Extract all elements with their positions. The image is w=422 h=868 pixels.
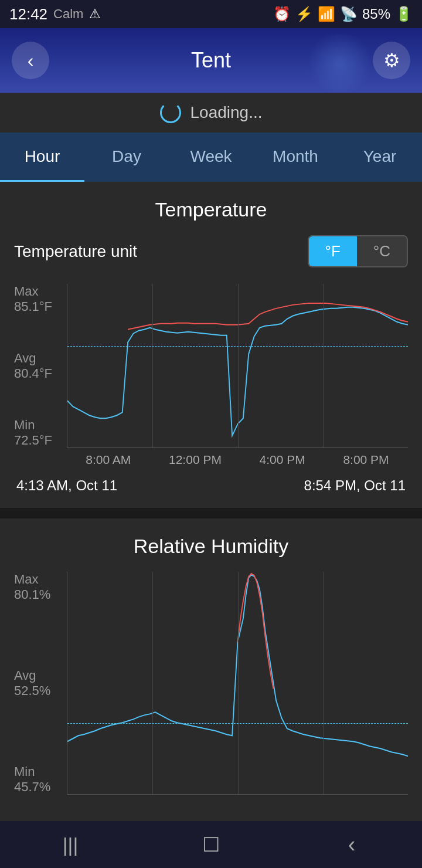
time: 12:42 (9, 5, 47, 23)
start-date: 4:13 AM, Oct 11 (16, 477, 117, 494)
settings-button[interactable]: ⚙ (373, 42, 410, 79)
temperature-chart-area (67, 284, 408, 448)
bluetooth-icon: ⚡ (295, 6, 313, 22)
loading-bar: Loading... (0, 93, 422, 133)
min-label: Min 72.5°F (14, 418, 67, 448)
tab-month[interactable]: Month (253, 133, 338, 182)
x-axis-labels: 8:00 AM 12:00 PM 4:00 PM 8:00 PM (67, 448, 408, 472)
humidity-grid-1 (152, 572, 153, 794)
humidity-avg-label: Avg 52.5% (14, 668, 67, 699)
temperature-unit-row: Temperature unit °F °C (14, 235, 408, 267)
tab-bar: Hour Day Week Month Year (0, 133, 422, 182)
humidity-max-label: Max 80.1% (14, 572, 67, 602)
header-decoration (305, 34, 375, 93)
tab-day[interactable]: Day (84, 133, 169, 182)
battery-text: 85% (362, 6, 390, 22)
unit-label: Temperature unit (14, 242, 137, 261)
back-nav-button[interactable]: ‹ (328, 821, 375, 868)
bottom-nav: ||| ☐ ‹ (0, 821, 422, 868)
back-button[interactable]: ‹ (12, 42, 49, 79)
humidity-grid-3 (323, 572, 324, 794)
menu-icon: ||| (63, 833, 79, 856)
calm-icon: Calm (53, 6, 83, 22)
back-icon: ‹ (28, 50, 34, 72)
x-label-4: 8:00 PM (343, 453, 389, 467)
temperature-section: Temperature Temperature unit °F °C Max 8… (0, 182, 422, 508)
signal-icon: 📡 (340, 6, 358, 22)
back-nav-icon: ‹ (348, 832, 356, 857)
gear-icon: ⚙ (383, 49, 400, 72)
section-gap (0, 508, 422, 518)
celsius-button[interactable]: °C (357, 236, 407, 266)
temperature-chart: Max 85.1°F Avg 80.4°F Min 72.5°F 8:00 AM… (14, 284, 408, 472)
menu-button[interactable]: ||| (47, 821, 94, 868)
grid-line-3 (323, 284, 324, 447)
fahrenheit-button[interactable]: °F (309, 236, 357, 266)
avg-label: Avg 80.4°F (14, 351, 67, 381)
humidity-title: Relative Humidity (14, 535, 408, 558)
end-date: 8:54 PM, Oct 11 (304, 477, 406, 494)
x-label-1: 8:00 AM (86, 453, 131, 467)
header: ‹ Tent ⚙ (0, 28, 422, 93)
humidity-min-label: Min 45.7% (14, 764, 67, 795)
home-icon: ☐ (202, 833, 220, 856)
page-title: Tent (191, 48, 231, 73)
humidity-chart-area (67, 572, 408, 795)
grid-line-2 (238, 284, 239, 447)
tab-year[interactable]: Year (338, 133, 422, 182)
date-range: 4:13 AM, Oct 11 8:54 PM, Oct 11 (14, 477, 408, 494)
temperature-title: Temperature (14, 198, 408, 221)
status-left: 12:42 Calm ⚠ (9, 5, 101, 23)
grid-line-1 (152, 284, 153, 447)
tab-hour[interactable]: Hour (0, 133, 84, 182)
avg-dashed-line (67, 346, 408, 347)
x-label-3: 4:00 PM (260, 453, 305, 467)
home-button[interactable]: ☐ (188, 821, 234, 868)
tab-week[interactable]: Week (169, 133, 253, 182)
loading-text: Loading... (190, 103, 263, 122)
humidity-chart: Max 80.1% Avg 52.5% Min 45.7% (14, 572, 408, 818)
humidity-y-axis: Max 80.1% Avg 52.5% Min 45.7% (14, 572, 67, 795)
unit-toggle: °F °C (308, 235, 408, 267)
warning-icon: ⚠ (89, 6, 101, 22)
alarm-icon: ⏰ (273, 6, 291, 22)
humidity-avg-line (67, 723, 408, 724)
humidity-grid-2 (238, 572, 239, 794)
humidity-section: Relative Humidity Max 80.1% Avg 52.5% Mi… (0, 518, 422, 835)
max-label: Max 85.1°F (14, 284, 67, 314)
status-right: ⏰ ⚡ 📶 📡 85% 🔋 (273, 6, 413, 22)
wifi-icon: 📶 (318, 6, 335, 22)
x-label-2: 12:00 PM (169, 453, 222, 467)
battery-icon: 🔋 (395, 6, 413, 22)
loading-spinner (160, 102, 181, 123)
status-bar: 12:42 Calm ⚠ ⏰ ⚡ 📶 📡 85% 🔋 (0, 0, 422, 28)
y-axis-labels: Max 85.1°F Avg 80.4°F Min 72.5°F (14, 284, 67, 448)
